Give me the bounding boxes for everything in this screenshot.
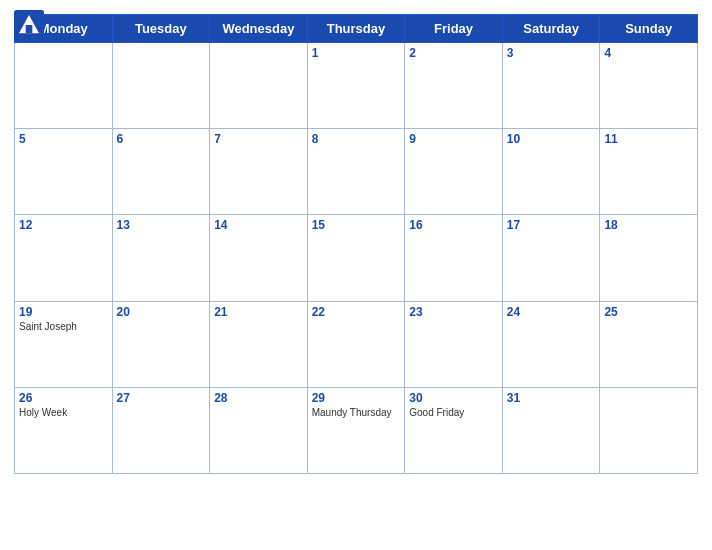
calendar-cell: 8 — [307, 129, 405, 215]
day-number: 4 — [604, 46, 693, 60]
day-number: 21 — [214, 305, 303, 319]
calendar-cell — [600, 387, 698, 473]
calendar-cell — [210, 43, 308, 129]
weekday-header-friday: Friday — [405, 15, 503, 43]
day-number: 20 — [117, 305, 206, 319]
calendar-cell: 30Good Friday — [405, 387, 503, 473]
calendar-cell: 26Holy Week — [15, 387, 113, 473]
day-number: 31 — [507, 391, 596, 405]
weekday-header-wednesday: Wednesday — [210, 15, 308, 43]
day-number: 15 — [312, 218, 401, 232]
calendar-cell: 9 — [405, 129, 503, 215]
day-number: 12 — [19, 218, 108, 232]
day-number: 10 — [507, 132, 596, 146]
weekday-header-saturday: Saturday — [502, 15, 600, 43]
day-number: 7 — [214, 132, 303, 146]
calendar-cell: 19Saint Joseph — [15, 301, 113, 387]
calendar-cell: 2 — [405, 43, 503, 129]
logo-area — [14, 10, 48, 40]
calendar-cell: 22 — [307, 301, 405, 387]
day-number: 11 — [604, 132, 693, 146]
calendar-cell: 16 — [405, 215, 503, 301]
week-row-3: 12131415161718 — [15, 215, 698, 301]
week-row-1: 1234 — [15, 43, 698, 129]
day-number: 22 — [312, 305, 401, 319]
day-number: 13 — [117, 218, 206, 232]
calendar-cell: 23 — [405, 301, 503, 387]
calendar-cell — [15, 43, 113, 129]
calendar-cell: 12 — [15, 215, 113, 301]
week-row-4: 19Saint Joseph202122232425 — [15, 301, 698, 387]
calendar-cell: 17 — [502, 215, 600, 301]
day-number: 3 — [507, 46, 596, 60]
calendar-cell: 1 — [307, 43, 405, 129]
calendar-cell: 18 — [600, 215, 698, 301]
calendar-cell: 15 — [307, 215, 405, 301]
calendar-wrapper: MondayTuesdayWednesdayThursdayFridaySatu… — [0, 0, 712, 550]
calendar-cell: 21 — [210, 301, 308, 387]
calendar-cell: 3 — [502, 43, 600, 129]
day-number: 16 — [409, 218, 498, 232]
holiday-name: Saint Joseph — [19, 321, 108, 333]
calendar-cell: 14 — [210, 215, 308, 301]
calendar-cell: 4 — [600, 43, 698, 129]
day-number: 2 — [409, 46, 498, 60]
day-number: 28 — [214, 391, 303, 405]
calendar-cell: 20 — [112, 301, 210, 387]
day-number: 23 — [409, 305, 498, 319]
day-number: 25 — [604, 305, 693, 319]
calendar-cell: 28 — [210, 387, 308, 473]
week-row-5: 26Holy Week272829Maundy Thursday30Good F… — [15, 387, 698, 473]
general-blue-logo-icon — [14, 10, 44, 40]
day-number: 6 — [117, 132, 206, 146]
day-number: 19 — [19, 305, 108, 319]
day-number: 17 — [507, 218, 596, 232]
calendar-cell: 6 — [112, 129, 210, 215]
calendar-cell: 13 — [112, 215, 210, 301]
day-number: 18 — [604, 218, 693, 232]
week-row-2: 567891011 — [15, 129, 698, 215]
holiday-name: Maundy Thursday — [312, 407, 401, 419]
day-number: 1 — [312, 46, 401, 60]
day-number: 9 — [409, 132, 498, 146]
calendar-cell — [112, 43, 210, 129]
day-number: 5 — [19, 132, 108, 146]
calendar-cell: 31 — [502, 387, 600, 473]
day-number: 14 — [214, 218, 303, 232]
calendar-cell: 11 — [600, 129, 698, 215]
calendar-cell: 5 — [15, 129, 113, 215]
day-number: 8 — [312, 132, 401, 146]
weekday-header-tuesday: Tuesday — [112, 15, 210, 43]
holiday-name: Holy Week — [19, 407, 108, 419]
calendar-cell: 24 — [502, 301, 600, 387]
calendar-cell: 25 — [600, 301, 698, 387]
weekday-header-row: MondayTuesdayWednesdayThursdayFridaySatu… — [15, 15, 698, 43]
day-number: 24 — [507, 305, 596, 319]
day-number: 26 — [19, 391, 108, 405]
calendar-cell: 7 — [210, 129, 308, 215]
svg-rect-2 — [26, 25, 33, 33]
day-number: 30 — [409, 391, 498, 405]
holiday-name: Good Friday — [409, 407, 498, 419]
calendar-table: MondayTuesdayWednesdayThursdayFridaySatu… — [14, 14, 698, 474]
day-number: 29 — [312, 391, 401, 405]
calendar-cell: 27 — [112, 387, 210, 473]
calendar-cell: 29Maundy Thursday — [307, 387, 405, 473]
day-number: 27 — [117, 391, 206, 405]
calendar-cell: 10 — [502, 129, 600, 215]
weekday-header-sunday: Sunday — [600, 15, 698, 43]
weekday-header-thursday: Thursday — [307, 15, 405, 43]
